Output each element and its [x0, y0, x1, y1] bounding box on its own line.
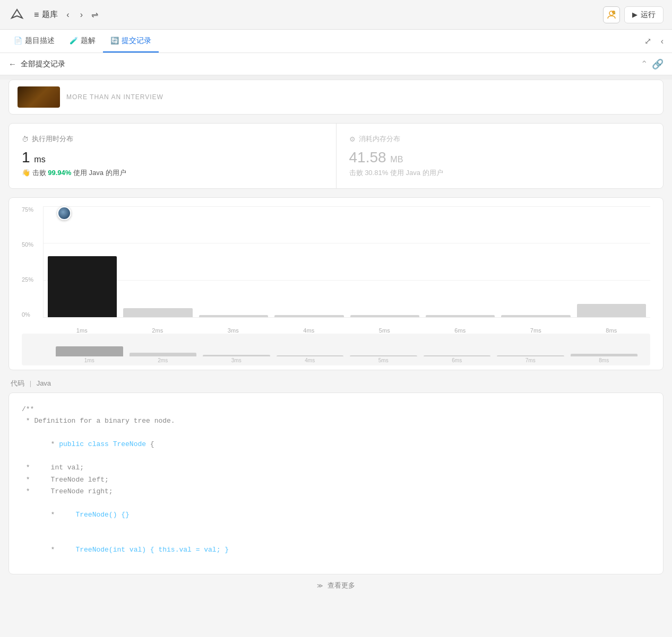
x-label-4ms: 4ms — [274, 327, 344, 334]
ad-text: MORE THAN AN INTERVIEW — [66, 93, 163, 101]
tab-submissions[interactable]: 🔄 提交记录 — [103, 30, 159, 53]
bar-2ms-rect — [123, 308, 192, 317]
x-label-2ms: 2ms — [123, 327, 193, 334]
bar-3ms-rect — [199, 315, 268, 317]
code-line-4: * int val; — [22, 462, 650, 474]
scroll-up-icon[interactable]: ⌃ — [641, 59, 648, 69]
mini-bar-6 — [424, 355, 491, 356]
memory-stat-title: ⚙ 消耗内存分布 — [349, 134, 651, 144]
mini-x-2ms: 2ms — [130, 357, 197, 363]
shuffle-icon[interactable]: ⇌ — [91, 10, 98, 20]
problem-bank-label: 题库 — [42, 10, 58, 20]
mini-bar-2 — [130, 353, 197, 356]
code-block: /** * Definition for a binary tree node.… — [8, 392, 664, 574]
back-arrow-icon[interactable]: ← — [8, 59, 16, 68]
bar-3ms — [199, 206, 268, 317]
mini-x-labels: 1ms 2ms 3ms 4ms 5ms 6ms 7ms 8ms — [56, 357, 637, 363]
x-label-8ms: 8ms — [577, 327, 647, 334]
tab-description[interactable]: 📄 题目描述 — [6, 30, 62, 53]
bar-2ms — [123, 206, 192, 317]
x-label-3ms: 3ms — [199, 327, 268, 334]
mini-bar-1 — [56, 346, 123, 356]
run-button[interactable]: ▶ 运行 — [624, 6, 664, 23]
mini-chart[interactable]: 1ms 2ms 3ms 4ms 5ms 6ms 7ms 8ms — [22, 334, 650, 365]
x-label-7ms: 7ms — [501, 327, 571, 334]
mini-x-6ms: 6ms — [424, 357, 491, 363]
y-label-25: 25% — [22, 276, 41, 283]
bar-5ms — [350, 206, 419, 317]
chart-bars — [43, 206, 650, 318]
mini-x-1ms: 1ms — [56, 357, 123, 363]
chart-container: 75% 50% 25% 0% — [8, 197, 664, 370]
y-label-50: 50% — [22, 241, 41, 248]
x-label-1ms: 1ms — [47, 327, 117, 334]
tab-right-icons: ⤢ ‹ — [642, 34, 666, 48]
tab-solution-icon: 🧪 — [70, 37, 78, 45]
run-btn-area: 🔒 ▶ 运行 — [603, 6, 664, 23]
svg-text:🔒: 🔒 — [613, 11, 616, 14]
tab-solution[interactable]: 🧪 题解 — [62, 30, 103, 53]
breadcrumb-text[interactable]: 全部提交记录 — [21, 59, 65, 69]
logo-button[interactable] — [8, 6, 25, 23]
bar-1ms-rect — [48, 256, 117, 317]
tab-description-label: 题目描述 — [25, 36, 55, 46]
run-triangle-icon: ▶ — [632, 11, 637, 19]
mini-chart-bars — [56, 338, 637, 356]
chart-area: 75% 50% 25% 0% — [22, 206, 650, 334]
bar-4ms-rect — [274, 315, 343, 317]
y-label-0: 0% — [22, 311, 41, 318]
memory-stat-value: 41.58 MB — [349, 149, 651, 166]
mini-bar-4 — [277, 355, 344, 356]
collapse-icon[interactable]: ‹ — [659, 34, 666, 48]
user-icon-button[interactable]: 🔒 — [603, 6, 620, 23]
next-arrow[interactable]: › — [78, 8, 85, 22]
bar-1ms — [48, 206, 117, 317]
time-stat-card: ⏱ 执行用时分布 1 ms 👋 击败 99.94% 使用 Java 的用户 — [9, 124, 336, 188]
x-label-6ms: 6ms — [426, 327, 495, 334]
time-stat-title: ⏱ 执行用时分布 — [22, 134, 323, 144]
mini-x-8ms: 8ms — [571, 357, 638, 363]
mini-bar-7 — [497, 355, 564, 356]
link-icon[interactable]: 🔗 — [652, 58, 664, 70]
tab-submissions-icon: 🔄 — [110, 37, 119, 45]
mini-x-4ms: 4ms — [277, 357, 344, 363]
tab-bar: 📄 题目描述 🧪 题解 🔄 提交记录 ⤢ ‹ — [0, 30, 672, 53]
code-line-7: * TreeNode() {} — [22, 498, 650, 533]
bar-8ms-rect — [577, 304, 646, 317]
memory-stat-beat: 击败 30.81% 使用 Java 的用户 — [349, 168, 651, 178]
bar-6ms-rect — [426, 315, 495, 317]
view-more-button[interactable]: ≫ 查看更多 — [8, 581, 664, 590]
nav-center: ≡ 题库 ‹ › ⇌ — [34, 8, 310, 22]
main-content: MORE THAN AN INTERVIEW ⏱ 执行用时分布 1 ms 👋 击… — [0, 80, 672, 637]
time-stat-value: 1 ms — [22, 149, 323, 166]
code-line-3: * public class TreeNode { — [22, 427, 650, 462]
bar-7ms-rect — [501, 315, 570, 317]
run-label: 运行 — [641, 10, 656, 20]
code-line-8: * TreeNode(int val) { this.val = val; } — [22, 533, 650, 568]
prev-arrow[interactable]: ‹ — [64, 8, 71, 22]
problem-bank-nav[interactable]: ≡ 题库 — [34, 10, 58, 20]
code-line-2: * Definition for a binary tree node. — [22, 415, 650, 427]
mini-x-7ms: 7ms — [497, 357, 564, 363]
code-line-5: * TreeNode left; — [22, 474, 650, 486]
stats-row: ⏱ 执行用时分布 1 ms 👋 击败 99.94% 使用 Java 的用户 ⚙ … — [8, 123, 664, 189]
view-more-icon: ≫ — [317, 582, 323, 589]
time-stat-beat: 👋 击败 99.94% 使用 Java 的用户 — [22, 168, 323, 178]
list-icon: ≡ — [34, 10, 39, 20]
fullscreen-icon[interactable]: ⤢ — [642, 34, 653, 48]
mini-bar-5 — [350, 355, 417, 356]
breadcrumb-bar: ← 全部提交记录 ⌃ 🔗 — [0, 53, 672, 75]
view-more-label: 查看更多 — [328, 581, 355, 589]
x-label-5ms: 5ms — [350, 327, 419, 334]
mini-bar-3 — [203, 355, 270, 356]
tab-submissions-label: 提交记录 — [122, 36, 151, 46]
tab-solution-label: 题解 — [81, 36, 96, 46]
ad-image — [18, 86, 60, 108]
mini-x-5ms: 5ms — [350, 357, 417, 363]
mini-x-3ms: 3ms — [203, 357, 270, 363]
code-line-1: /** — [22, 404, 650, 415]
chart-x-labels: 1ms 2ms 3ms 4ms 5ms 6ms 7ms 8ms — [43, 327, 650, 334]
top-nav: ≡ 题库 ‹ › ⇌ 🔒 ▶ 运行 — [0, 0, 672, 30]
bar-7ms — [501, 206, 570, 317]
bar-4ms — [274, 206, 343, 317]
